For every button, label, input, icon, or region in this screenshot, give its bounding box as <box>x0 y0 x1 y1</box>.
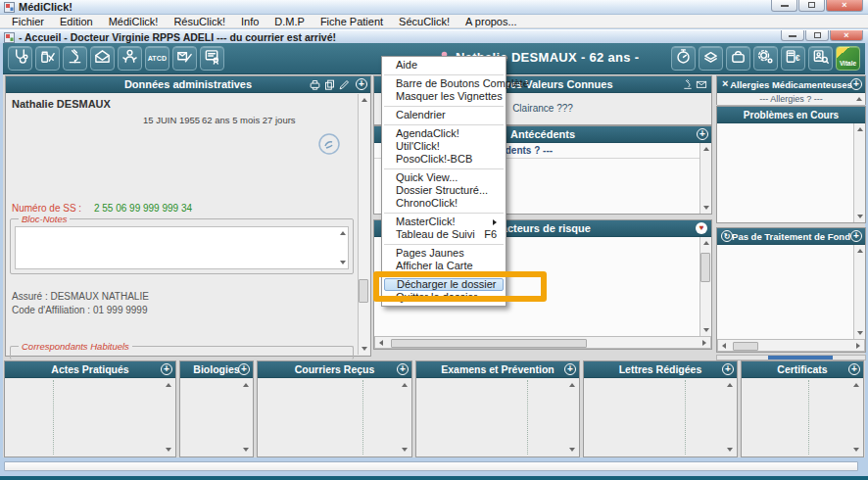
menu-mediclick[interactable]: MédiClick! <box>101 15 167 28</box>
scroll-up-icon[interactable] <box>362 95 367 102</box>
menu-item-quick-view[interactable]: Quick View... <box>382 171 506 184</box>
column-hscroll-thumb[interactable] <box>768 356 833 360</box>
menu-item-pages-jaunes[interactable]: Pages Jaunes <box>382 247 506 260</box>
traitement-scrollbar[interactable] <box>853 245 865 339</box>
courriers-list[interactable] <box>258 378 411 456</box>
bloc-notes-textarea[interactable] <box>15 226 349 269</box>
menu-item-utilclick[interactable]: Util'Click! <box>382 140 506 153</box>
menu-item-posoclick[interactable]: PosoClick!-BCB <box>382 153 506 166</box>
scroll-down-icon[interactable] <box>857 215 863 221</box>
menu-fichier[interactable]: Fichier <box>4 15 52 28</box>
menu-item-agendaclick[interactable]: AgendaClick! <box>382 127 506 140</box>
antecedents-button[interactable]: ATCD <box>145 46 169 71</box>
scroll-right-icon[interactable] <box>856 343 863 349</box>
facteurs-scroll-thumb[interactable] <box>700 253 710 282</box>
scroll-up-icon[interactable] <box>703 144 709 151</box>
allergies-header[interactable]: × Allergies Médicamenteuses + <box>717 76 865 93</box>
lettres-redigees-header[interactable]: Lettres Rédigées+ <box>584 361 737 378</box>
biology-button[interactable] <box>63 46 87 71</box>
problemes-scrollbar[interactable] <box>853 123 865 222</box>
scroll-up-icon[interactable] <box>569 380 575 387</box>
scroll-down-icon[interactable] <box>362 347 367 354</box>
minimize-button[interactable] <box>771 0 797 12</box>
certificat-button[interactable] <box>200 46 224 71</box>
blocnotes-scroll-up-icon[interactable] <box>340 228 346 235</box>
timer-button[interactable] <box>671 46 696 71</box>
add-admin-data-icon[interactable]: + <box>356 78 367 90</box>
doc-maximize-button[interactable] <box>805 30 829 41</box>
scroll-down-icon[interactable] <box>703 328 709 335</box>
menu-fiche-patient[interactable]: Fiche Patient <box>313 15 391 28</box>
add-certificat-icon[interactable]: + <box>848 363 860 375</box>
copy-icon[interactable] <box>323 78 336 93</box>
scroll-down-icon[interactable] <box>569 448 575 455</box>
scroll-up-icon[interactable] <box>727 380 733 387</box>
traitement-fond-header[interactable]: ↻ Pas de Traitement de Fond + <box>717 228 865 245</box>
problemes-list[interactable] <box>717 123 865 222</box>
certificats-header[interactable]: Certificats+ <box>742 361 863 378</box>
menu-info[interactable]: Info <box>233 15 266 28</box>
admin-scrollbar[interactable] <box>358 94 369 355</box>
donnees-administratives-header[interactable]: Données administratives + <box>6 76 370 93</box>
close-button[interactable]: × <box>826 0 863 12</box>
scroll-down-icon[interactable] <box>243 448 249 455</box>
examens-prevention-header[interactable]: Examens et Prévention+ <box>416 361 579 378</box>
problemes-header[interactable]: Problèmes en Cours <box>717 107 865 123</box>
print-icon[interactable] <box>309 78 321 93</box>
traitement-hscroll-thumb[interactable] <box>733 342 758 351</box>
contact-search-button[interactable] <box>808 46 833 71</box>
add-biologie-icon[interactable]: + <box>238 363 250 375</box>
add-antecedent-icon[interactable]: + <box>697 128 708 140</box>
add-acte-icon[interactable]: + <box>161 363 172 375</box>
scroll-right-icon[interactable] <box>702 340 709 346</box>
carte-vitale-button[interactable]: Vitale <box>836 46 860 71</box>
blocnotes-scroll-down-icon[interactable] <box>340 261 346 267</box>
admin-scroll-thumb[interactable] <box>359 279 368 303</box>
menu-item-barre-boutons[interactable]: Barre de Boutons Complète <box>382 77 506 90</box>
actes-pratiques-header[interactable]: Actes Pratiqués+ <box>5 361 175 378</box>
scroll-up-icon[interactable] <box>853 380 859 387</box>
refresh-treatment-icon[interactable]: ↻ <box>721 230 733 242</box>
courriers-recus-header[interactable]: Courriers Reçus+ <box>258 361 411 378</box>
menu-a-propos[interactable]: A propos... <box>458 15 525 28</box>
menu-secuclick[interactable]: SécuClick! <box>391 15 458 28</box>
scroll-down-icon[interactable] <box>857 331 863 338</box>
menu-item-tableau-suivi[interactable]: Tableau de SuiviF6 <box>382 228 506 241</box>
scroll-down-icon[interactable] <box>402 448 408 455</box>
examens-list[interactable] <box>416 378 579 456</box>
add-treatment-icon[interactable]: + <box>850 230 862 242</box>
scroll-up-icon[interactable] <box>703 238 709 245</box>
scroll-down-icon[interactable] <box>166 448 171 455</box>
edit-pen-icon[interactable] <box>338 78 351 93</box>
prescription-button[interactable] <box>35 46 60 71</box>
camera-bag-button[interactable] <box>726 46 750 71</box>
traitement-hscrollbar[interactable] <box>717 339 865 352</box>
menu-edition[interactable]: Edition <box>52 15 101 28</box>
biologies-list[interactable] <box>180 378 253 456</box>
traitement-list[interactable] <box>717 245 865 339</box>
lettres-list[interactable] <box>584 378 737 456</box>
add-allergy-icon[interactable]: + <box>850 78 862 90</box>
microscope-small-icon[interactable] <box>682 78 694 92</box>
restore-button[interactable] <box>798 0 825 12</box>
menu-item-chronoclick[interactable]: ChronoClick! <box>382 197 506 210</box>
antecedents-scrollbar[interactable] <box>699 143 711 214</box>
doc-close-button[interactable]: × <box>830 30 863 41</box>
scroll-down-icon[interactable] <box>853 448 859 455</box>
scroll-left-icon[interactable] <box>719 343 726 349</box>
billing-calculator-button[interactable]: € <box>781 46 805 71</box>
doc-minimize-button[interactable] <box>781 30 804 41</box>
courrier-button[interactable] <box>90 46 115 71</box>
facteurs-hscroll-thumb[interactable] <box>391 339 587 348</box>
add-lettre-icon[interactable]: + <box>722 363 734 375</box>
facteurs-hscrollbar[interactable] <box>374 336 711 349</box>
menu-item-masquer-vignettes[interactable]: Masquer les Vignettes <box>382 90 506 103</box>
hand-touch-icon[interactable] <box>317 132 341 160</box>
biologies-header[interactable]: Biologies+ <box>180 361 253 378</box>
settings-button[interactable] <box>753 46 778 71</box>
consultation-button[interactable] <box>8 46 32 71</box>
envelope-small-icon[interactable] <box>696 78 707 92</box>
scroll-down-icon[interactable] <box>703 206 709 213</box>
scroll-left-icon[interactable] <box>376 340 383 346</box>
scroll-up-icon[interactable] <box>857 124 863 131</box>
